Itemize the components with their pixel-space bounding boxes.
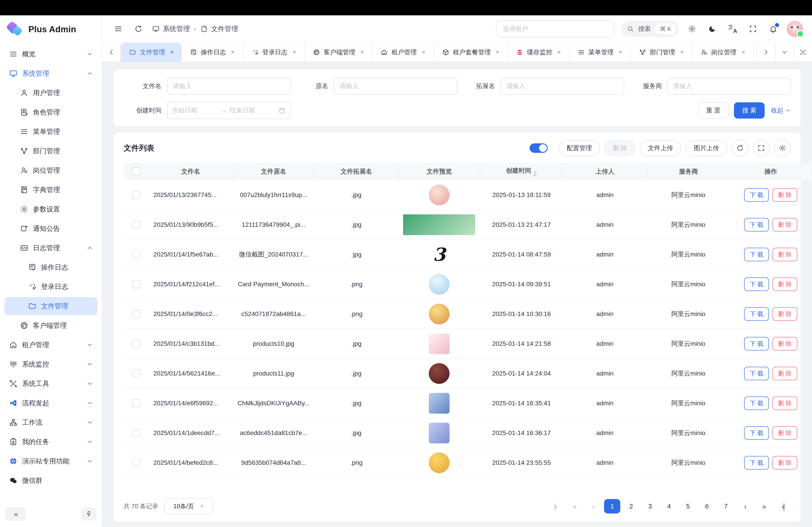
download-button[interactable]: 下 载 [744, 277, 769, 291]
sidebar-item-演示站专用功能[interactable]: 演示站专用功能 [4, 452, 98, 470]
sidebar-item-客户端管理[interactable]: 客户端管理 [4, 316, 98, 334]
download-button[interactable]: 下 载 [744, 396, 769, 410]
tab-登录日志[interactable]: 登录日志× [243, 43, 305, 62]
row-checkbox[interactable] [132, 399, 140, 407]
extension-input[interactable] [501, 77, 624, 95]
tab-缓存监控[interactable]: 缓存监控× [508, 43, 569, 62]
sidebar-item-用户管理[interactable]: 用户管理 [4, 84, 98, 102]
page-button-2[interactable]: 2 [623, 499, 639, 513]
sidebar-item-菜单管理[interactable]: 菜单管理 [4, 123, 98, 141]
file-preview-image[interactable] [429, 393, 450, 413]
sidebar-item-概览[interactable]: 概览 [4, 45, 98, 63]
sidebar-item-字典管理[interactable]: 字典管理 [4, 181, 98, 199]
delete-button[interactable]: 删 除 [772, 248, 797, 261]
column-settings-button[interactable] [774, 140, 791, 156]
page-button-5[interactable]: 5 [680, 499, 696, 513]
tenant-select-input[interactable] [502, 25, 608, 33]
sort-icon[interactable] [534, 171, 537, 177]
delete-button[interactable]: 删 除 [772, 456, 797, 469]
download-button[interactable]: 下 载 [744, 367, 769, 380]
hamburger-menu-button[interactable] [112, 22, 125, 35]
provider-input[interactable] [667, 77, 791, 95]
refresh-page-button[interactable] [132, 22, 145, 35]
tab-部门管理[interactable]: 部门管理× [631, 43, 692, 62]
close-icon[interactable]: × [619, 49, 622, 56]
sidebar-item-操作日志[interactable]: 操作日志 [4, 258, 98, 276]
content-fullscreen-button[interactable] [794, 43, 812, 62]
tab-租户管理[interactable]: 租户管理× [372, 43, 434, 62]
download-button[interactable]: 下 载 [744, 337, 769, 350]
file-preview-image[interactable] [403, 214, 475, 235]
column-header-created[interactable]: 创建时间 [480, 163, 563, 180]
close-icon[interactable]: × [496, 49, 499, 56]
download-button[interactable]: 下 载 [744, 188, 769, 202]
delete-button[interactable]: 删 除 [772, 218, 797, 231]
sidebar-item-通知公告[interactable]: 通知公告 [4, 220, 98, 238]
file-preview-image[interactable] [429, 185, 450, 205]
download-button[interactable]: 下 载 [744, 248, 769, 261]
dark-mode-button[interactable] [706, 22, 719, 35]
row-checkbox[interactable] [132, 370, 140, 378]
sidebar-item-租户管理[interactable]: 租户管理 [4, 336, 98, 354]
tab-客户端管理[interactable]: 客户端管理× [305, 43, 372, 62]
tabs-scroll-left-button[interactable] [102, 43, 121, 62]
file-preview-image[interactable] [429, 274, 450, 295]
delete-button[interactable]: 删 除 [772, 396, 797, 410]
sidebar-item-系统监控[interactable]: 系统监控 [4, 355, 98, 373]
delete-button[interactable]: 删 除 [772, 337, 797, 350]
sidebar-item-岗位管理[interactable]: 岗位管理 [4, 161, 98, 179]
global-search-button[interactable]: 搜索 ⌘ K [621, 21, 679, 37]
first-page-button[interactable]: |‹ [547, 499, 563, 513]
sidebar-item-参数设置[interactable]: 参数设置 [4, 200, 98, 218]
breadcrumb-item-file[interactable]: 文件管理 [200, 24, 238, 34]
close-icon[interactable]: × [170, 49, 174, 56]
tab-字典管理[interactable]: 字典管理× [754, 43, 756, 62]
sidebar-item-角色管理[interactable]: 角色管理 [4, 103, 98, 121]
tabs-dropdown-button[interactable] [775, 43, 794, 62]
search-button[interactable]: 搜 索 [734, 102, 765, 119]
refresh-list-button[interactable] [732, 140, 749, 156]
page-size-select[interactable]: 10条/页 ▼ [164, 498, 213, 514]
sidebar-collapse-button[interactable]: « [5, 507, 26, 521]
sidebar-item-系统工具[interactable]: 系统工具 [4, 375, 98, 393]
download-button[interactable]: 下 载 [744, 218, 769, 231]
row-checkbox[interactable] [132, 310, 140, 318]
sidebar-item-我的任务[interactable]: 我的任务 [4, 433, 98, 451]
language-button[interactable]: 文A [726, 22, 739, 35]
image-upload-button[interactable]: 图片上传 [686, 140, 727, 156]
fullscreen-button[interactable] [746, 22, 760, 35]
file-preview-image[interactable]: 3 [400, 244, 478, 265]
sidebar-item-流程发起[interactable]: 流程发起 [4, 394, 98, 412]
file-preview-image[interactable] [429, 304, 450, 325]
tab-租户套餐管理[interactable]: 租户套餐管理× [434, 43, 508, 62]
file-preview-image[interactable] [429, 423, 450, 443]
tabs-scroll-right-button[interactable] [756, 43, 775, 62]
row-checkbox[interactable] [132, 221, 140, 229]
breadcrumb-item-system[interactable]: 系统管理 [152, 24, 190, 34]
last-page-button[interactable]: ›| [774, 499, 791, 513]
batch-delete-button[interactable]: 删 除 [605, 140, 635, 156]
sidebar-item-部门管理[interactable]: 部门管理 [4, 142, 98, 160]
close-icon[interactable]: × [741, 49, 745, 56]
sidebar-item-日志管理[interactable]: 日志管理 [4, 239, 98, 257]
sidebar-item-文件管理[interactable]: 文件管理 [4, 297, 98, 315]
delete-button[interactable]: 删 除 [772, 367, 797, 380]
row-checkbox[interactable] [132, 280, 140, 288]
page-button-7[interactable]: 7 [718, 499, 734, 513]
tenant-select[interactable] [496, 20, 614, 37]
page-button-6[interactable]: 6 [699, 499, 715, 513]
next-5-pages-button[interactable]: » [756, 499, 772, 513]
sidebar-item-登录日志[interactable]: 登录日志 [4, 278, 98, 296]
sidebar-item-工作流[interactable]: 工作流 [4, 413, 98, 432]
tab-岗位管理[interactable]: 岗位管理× [692, 43, 754, 62]
filename-input[interactable] [167, 77, 291, 95]
delete-button[interactable]: 删 除 [772, 277, 797, 291]
original-name-input[interactable] [334, 77, 458, 95]
close-icon[interactable]: × [680, 49, 684, 56]
row-checkbox[interactable] [132, 251, 140, 258]
row-checkbox[interactable] [132, 429, 140, 437]
tab-文件管理[interactable]: 文件管理× [121, 43, 182, 62]
config-management-button[interactable]: 配置管理 [559, 140, 600, 156]
select-all-checkbox[interactable] [132, 167, 140, 176]
sidebar-item-系统管理[interactable]: 系统管理 [4, 64, 98, 82]
